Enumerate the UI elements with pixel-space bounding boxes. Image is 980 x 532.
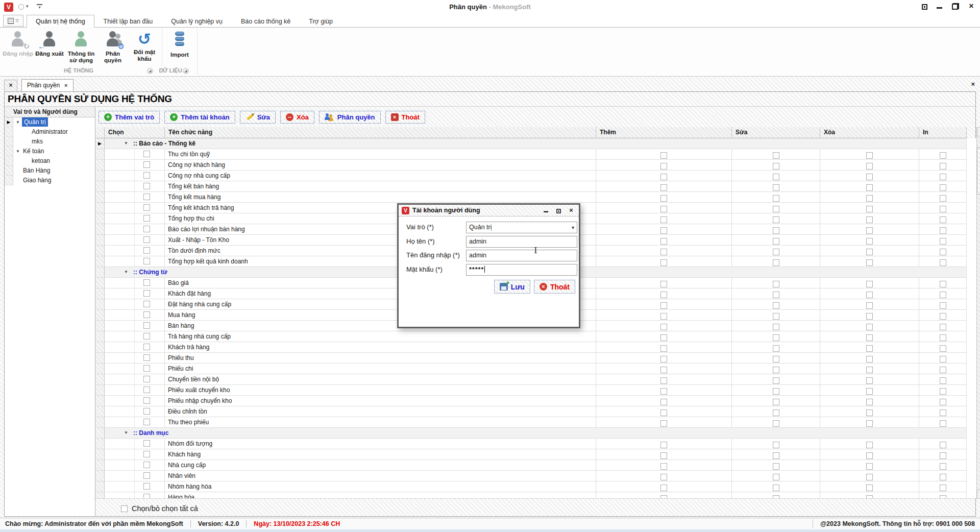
row-select-checkbox[interactable] bbox=[143, 354, 150, 361]
add-permission-checkbox[interactable] bbox=[660, 292, 667, 298]
select-all-checkbox[interactable] bbox=[121, 505, 128, 512]
delete-permission-checkbox[interactable] bbox=[866, 495, 873, 499]
close-icon[interactable]: × bbox=[968, 3, 975, 10]
print-permission-checkbox[interactable] bbox=[940, 452, 946, 459]
delete-permission-checkbox[interactable] bbox=[866, 485, 873, 491]
table-row[interactable]: Tổng kết mua hàng bbox=[95, 192, 976, 203]
dialog-exit-button[interactable]: × Thoát bbox=[534, 280, 575, 294]
print-permission-checkbox[interactable] bbox=[940, 281, 946, 287]
edit-permission-checkbox[interactable] bbox=[773, 452, 779, 459]
print-permission-checkbox[interactable] bbox=[940, 356, 946, 362]
delete-permission-checkbox[interactable] bbox=[866, 474, 873, 480]
column-header-Thêm[interactable]: Thêm bbox=[596, 127, 732, 138]
add-permission-checkbox[interactable] bbox=[660, 174, 667, 180]
row-select-checkbox[interactable] bbox=[143, 311, 150, 318]
row-select-checkbox[interactable] bbox=[143, 376, 150, 382]
ribbon-tab-1[interactable]: Thiết lập ban đầu bbox=[94, 15, 162, 28]
edit-permission-checkbox[interactable] bbox=[773, 206, 779, 212]
add-permission-checkbox[interactable] bbox=[660, 216, 667, 223]
print-permission-checkbox[interactable] bbox=[940, 152, 946, 159]
collapse-icon[interactable]: ▼ bbox=[124, 138, 128, 149]
delete-permission-checkbox[interactable] bbox=[866, 238, 873, 245]
delete-permission-checkbox[interactable] bbox=[866, 345, 873, 352]
scroll-down-icon[interactable]: ▾ bbox=[977, 490, 980, 499]
row-select-checkbox[interactable] bbox=[143, 279, 150, 286]
print-permission-checkbox[interactable] bbox=[940, 313, 946, 320]
add-permission-checkbox[interactable] bbox=[660, 463, 667, 470]
delete-permission-checkbox[interactable] bbox=[866, 292, 873, 298]
edit-permission-checkbox[interactable] bbox=[773, 442, 779, 448]
delete-permission-checkbox[interactable] bbox=[866, 367, 873, 373]
row-select-checkbox[interactable] bbox=[143, 258, 150, 264]
assign-permission-button[interactable]: Phân quyền bbox=[319, 111, 381, 124]
role-select[interactable]: Quản trị bbox=[466, 222, 577, 233]
add-permission-checkbox[interactable] bbox=[660, 367, 667, 373]
dialog-titlebar[interactable]: V Tài khoản người dùng × bbox=[399, 205, 579, 216]
column-header-Chọn[interactable]: Chọn bbox=[105, 127, 165, 138]
edit-permission-checkbox[interactable] bbox=[773, 313, 779, 320]
delete-button[interactable]: –Xóa bbox=[280, 111, 314, 124]
add-permission-checkbox[interactable] bbox=[660, 238, 667, 245]
fullname-field[interactable]: admin bbox=[466, 236, 577, 248]
tab-close-icon[interactable]: × bbox=[64, 82, 67, 88]
ribbon-tab-4[interactable]: Trợ giúp bbox=[300, 15, 342, 28]
table-row[interactable]: Thu chi tồn quỹ bbox=[95, 149, 976, 160]
edit-permission-checkbox[interactable] bbox=[773, 334, 779, 341]
add-permission-checkbox[interactable] bbox=[660, 259, 667, 266]
print-permission-checkbox[interactable] bbox=[940, 324, 946, 330]
vertical-scrollbar[interactable]: ▴ ▾ bbox=[976, 127, 980, 499]
save-button[interactable]: Lưu bbox=[494, 280, 530, 294]
group-expand-icon[interactable]: ◢ bbox=[147, 68, 153, 74]
fullscreen-icon[interactable] bbox=[922, 4, 927, 10]
row-select-checkbox[interactable] bbox=[143, 301, 150, 307]
row-select-checkbox[interactable] bbox=[143, 226, 150, 232]
document-tab-phan-quyen[interactable]: Phân quyền× bbox=[21, 79, 74, 91]
delete-permission-checkbox[interactable] bbox=[866, 409, 873, 416]
table-row[interactable]: Trả hàng nhà cung cấp bbox=[95, 331, 976, 342]
add-permission-checkbox[interactable] bbox=[660, 302, 667, 309]
add-permission-checkbox[interactable] bbox=[660, 195, 667, 202]
print-permission-checkbox[interactable] bbox=[940, 163, 946, 170]
delete-permission-checkbox[interactable] bbox=[866, 399, 873, 405]
column-header-In[interactable]: In bbox=[919, 127, 967, 138]
add-permission-checkbox[interactable] bbox=[660, 474, 667, 480]
edit-permission-checkbox[interactable] bbox=[773, 216, 779, 223]
add-permission-checkbox[interactable] bbox=[660, 163, 667, 170]
table-row[interactable]: Phiếu nhập chuyển kho bbox=[95, 396, 976, 406]
edit-permission-checkbox[interactable] bbox=[773, 409, 779, 416]
exit-button[interactable]: ×Thoát bbox=[385, 111, 425, 124]
delete-permission-checkbox[interactable] bbox=[866, 313, 873, 320]
table-row[interactable]: Nhóm đối tượng bbox=[95, 439, 976, 449]
edit-permission-checkbox[interactable] bbox=[773, 388, 779, 395]
print-permission-checkbox[interactable] bbox=[940, 195, 946, 202]
table-row[interactable]: Công nợ khách hàng bbox=[95, 160, 976, 171]
print-permission-checkbox[interactable] bbox=[940, 292, 946, 298]
row-select-checkbox[interactable] bbox=[143, 365, 150, 372]
edit-permission-checkbox[interactable] bbox=[773, 259, 779, 266]
column-header-Xóa[interactable]: Xóa bbox=[820, 127, 919, 138]
row-select-checkbox[interactable] bbox=[143, 161, 150, 168]
import-button[interactable]: Import bbox=[164, 29, 195, 58]
row-select-checkbox[interactable] bbox=[143, 419, 150, 425]
table-row[interactable]: Phiếu chi bbox=[95, 364, 976, 374]
scrollbar-thumb[interactable] bbox=[977, 148, 980, 195]
add-permission-checkbox[interactable] bbox=[660, 356, 667, 362]
app-menu-button[interactable]: ▽ bbox=[3, 15, 23, 27]
delete-permission-checkbox[interactable] bbox=[866, 442, 873, 448]
print-permission-checkbox[interactable] bbox=[940, 184, 946, 191]
edit-permission-checkbox[interactable] bbox=[773, 399, 779, 405]
add-permission-checkbox[interactable] bbox=[660, 334, 667, 341]
row-select-checkbox[interactable] bbox=[143, 462, 150, 468]
delete-permission-checkbox[interactable] bbox=[866, 388, 873, 395]
row-select-checkbox[interactable] bbox=[143, 290, 150, 297]
add-permission-checkbox[interactable] bbox=[660, 324, 667, 330]
add-permission-checkbox[interactable] bbox=[660, 495, 667, 499]
row-select-checkbox[interactable] bbox=[143, 183, 150, 189]
add-permission-checkbox[interactable] bbox=[660, 388, 667, 395]
delete-permission-checkbox[interactable] bbox=[866, 302, 873, 309]
row-select-checkbox[interactable] bbox=[143, 172, 150, 179]
print-permission-checkbox[interactable] bbox=[940, 334, 946, 341]
delete-permission-checkbox[interactable] bbox=[866, 420, 873, 427]
table-row[interactable]: Phiếu thu bbox=[95, 353, 976, 364]
add-account-button[interactable]: +Thêm tài khoản bbox=[164, 111, 235, 124]
